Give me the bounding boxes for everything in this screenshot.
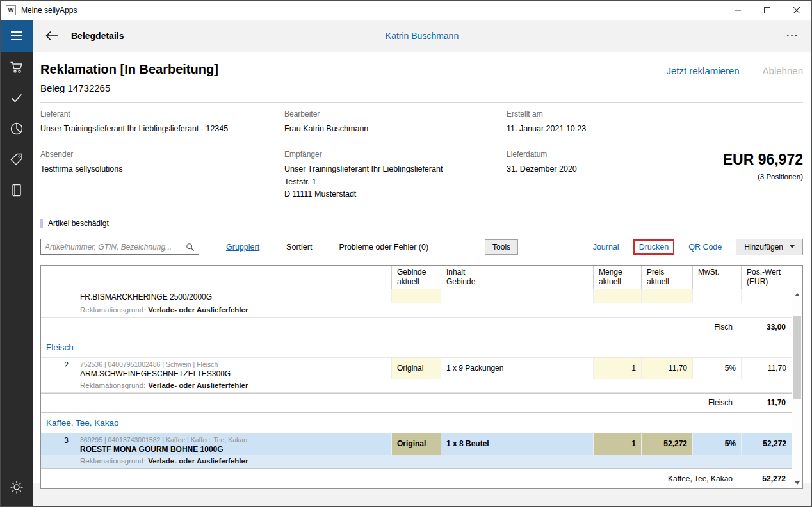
group-total-row: Fisch 33,00 xyxy=(41,318,792,337)
pie-chart-icon xyxy=(9,121,24,136)
table-row-item[interactable]: 2 752536 | 04007951002486 | Schwein | Fl… xyxy=(41,358,792,379)
empfaenger-line3: D 11111 Musterstadt xyxy=(284,188,507,200)
sidebar-item-settings[interactable] xyxy=(1,472,33,503)
cell-gebinde: Original xyxy=(391,433,441,455)
book-icon xyxy=(9,182,24,198)
total-amount: EUR 96,972 xyxy=(705,151,803,168)
maximize-button[interactable] xyxy=(752,1,782,20)
note-text: Artikel beschädigt xyxy=(48,219,109,228)
window-title: Meine sellyApps xyxy=(21,6,77,15)
sidebar-item-menu[interactable] xyxy=(1,20,33,52)
back-button[interactable] xyxy=(42,26,62,46)
scroll-down-icon xyxy=(795,481,800,485)
sidebar xyxy=(1,20,33,506)
journal-link[interactable]: Journal xyxy=(593,243,619,252)
reklamationsgrund-row: Reklamationsgrund: Verlade- oder Auslief… xyxy=(41,303,792,318)
hinzufuegen-button[interactable]: Hinzufügen xyxy=(736,239,803,255)
sidebar-item-prices[interactable] xyxy=(1,144,33,175)
table-scrollbar[interactable] xyxy=(792,289,802,488)
table-row-item-selected[interactable]: 3 369295 | 04013743001582 | Kaffee | Kaf… xyxy=(41,433,792,455)
group-header[interactable]: Fleisch xyxy=(41,337,792,358)
price-tag-icon xyxy=(9,152,24,167)
field-label: Bearbeiter xyxy=(284,109,507,118)
field-value: 11. Januar 2021 10:23 xyxy=(507,123,705,135)
cell-inhalt: 1 x 8 Beutel xyxy=(441,433,593,455)
document-title: Reklamation [In Bearbeitung] xyxy=(40,62,218,77)
cell-menge: 1 xyxy=(593,433,641,455)
sidebar-item-cart[interactable] xyxy=(1,52,33,83)
field-label: Lieferdatum xyxy=(507,150,705,159)
col-preis: Preis aktuell xyxy=(641,266,692,289)
field-label: Lieferant xyxy=(40,109,284,118)
close-button[interactable] xyxy=(782,1,811,20)
row-number: 2 xyxy=(41,358,75,379)
scroll-up-button[interactable] xyxy=(792,289,802,300)
annotation-highlight: Drucken xyxy=(633,239,675,255)
cell-inhalt: 1 x 9 Packungen xyxy=(441,358,593,379)
probleme-filter[interactable]: Probleme oder Fehler (0) xyxy=(339,243,428,252)
item-toolbar: Gruppiert Sortiert Probleme oder Fehler … xyxy=(40,237,803,257)
table-row-item-partial[interactable]: FR.BISMARCKHERINGE 2500/2000G xyxy=(41,289,792,303)
positions-table: Gebinde aktuell Inhalt Gebinde Menge akt… xyxy=(40,265,803,489)
item-name: FR.BISMARCKHERINGE 2500/2000G xyxy=(80,293,386,302)
cell-gebinde xyxy=(391,289,441,303)
col-inhalt: Inhalt Gebinde xyxy=(441,266,593,289)
ablehnen-button[interactable]: Ablehnen xyxy=(763,65,803,76)
more-options-button[interactable]: ··· xyxy=(786,30,799,42)
item-meta: 369295 | 04013743001582 | Kaffee | Kaffe… xyxy=(80,436,386,444)
field-empfaenger: Empfänger Unser Trainingslieferant Ihr L… xyxy=(284,150,507,200)
col-gebinde: Gebinde aktuell xyxy=(391,266,441,289)
search-box[interactable] xyxy=(40,239,199,255)
page-header: Belegdetails Katrin Buschmann ··· xyxy=(33,20,811,52)
empfaenger-line1: Unser Trainingslieferant Ihr Lieblingsli… xyxy=(284,163,507,175)
minimize-button[interactable] xyxy=(723,1,752,20)
scrollbar-thumb[interactable] xyxy=(793,316,801,399)
app-icon: W xyxy=(6,5,16,15)
col-menge: Menge aktuell xyxy=(593,266,641,289)
user-name: Katrin Buschmann xyxy=(33,31,811,41)
cell-menge: 1 xyxy=(593,358,641,379)
cell-preis: 11,70 xyxy=(641,358,692,379)
qr-code-link[interactable]: QR Code xyxy=(688,243,722,252)
cell-preis xyxy=(641,289,692,303)
chevron-down-icon xyxy=(790,245,795,248)
reklamationsgrund-row: Reklamationsgrund: Verlade- oder Auslief… xyxy=(41,455,792,469)
table-header-row: Gebinde aktuell Inhalt Gebinde Menge akt… xyxy=(41,266,792,289)
field-value: Testfirma sellysolutions xyxy=(40,163,284,175)
group-total-value: 33,00 xyxy=(738,323,792,332)
sidebar-item-catalog[interactable] xyxy=(1,175,33,205)
group-total-label: Kaffee, Tee, Kakao xyxy=(668,474,733,483)
group-total-label: Fisch xyxy=(714,323,733,332)
reklamationsgrund-value: Verlade- oder Auslieferfehler xyxy=(148,306,248,314)
field-lieferant: Lieferant Unser Trainingslieferant Ihr L… xyxy=(40,109,284,135)
tools-button[interactable]: Tools xyxy=(485,239,518,255)
scroll-up-icon xyxy=(795,293,800,296)
cell-inhalt xyxy=(441,289,593,303)
cell-poswert xyxy=(741,289,792,303)
document-number: Beleg 14732265 xyxy=(40,83,218,93)
drucken-link[interactable]: Drucken xyxy=(639,243,669,252)
gear-icon xyxy=(9,479,24,495)
search-input[interactable] xyxy=(45,243,186,252)
field-value: 31. Dezember 2020 xyxy=(507,163,705,175)
reklamationsgrund-value: Verlade- oder Auslieferfehler xyxy=(148,382,248,389)
sidebar-item-statistics[interactable] xyxy=(1,113,33,144)
cell-mwst xyxy=(692,289,741,303)
scroll-down-button[interactable] xyxy=(792,478,802,488)
hamburger-icon xyxy=(10,31,23,41)
gruppiert-toggle[interactable]: Gruppiert xyxy=(226,243,259,252)
cell-mwst: 5% xyxy=(692,433,741,455)
check-icon xyxy=(9,90,24,106)
positions-count: (3 Positionen) xyxy=(705,173,803,181)
group-total-row: Kaffee, Tee, Kakao 52,272 xyxy=(41,469,792,488)
sortiert-toggle[interactable]: Sortiert xyxy=(286,243,312,252)
reklamationsgrund-label: Reklamationsgrund: xyxy=(80,382,145,389)
sidebar-item-tasks[interactable] xyxy=(1,83,33,113)
item-meta: 752536 | 04007951002486 | Schwein | Flei… xyxy=(80,360,386,368)
group-header[interactable]: Kaffee, Tee, Kakao xyxy=(41,413,792,433)
note-color-bar xyxy=(40,219,43,228)
empfaenger-line2: Teststr. 1 xyxy=(284,176,507,188)
back-arrow-icon xyxy=(45,31,58,41)
close-icon xyxy=(793,7,800,13)
reklamieren-button[interactable]: Jetzt reklamieren xyxy=(666,65,739,76)
